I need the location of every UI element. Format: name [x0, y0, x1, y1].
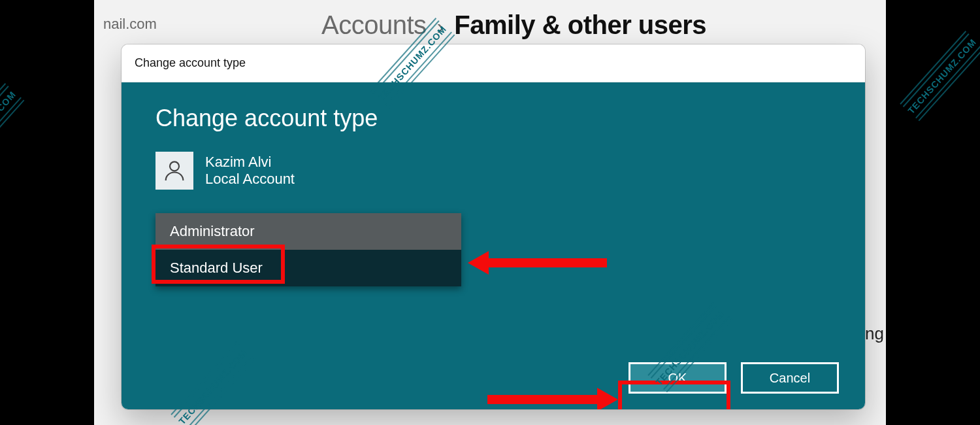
user-name: Kazim Alvi	[205, 154, 295, 171]
cancel-button[interactable]: Cancel	[741, 362, 839, 394]
button-label: Cancel	[770, 371, 810, 386]
button-label: OK	[668, 371, 687, 386]
option-label: Administrator	[170, 223, 255, 240]
option-standard-user[interactable]: Standard User	[155, 250, 461, 286]
annotation-arrow-to-administrator	[468, 253, 612, 273]
option-administrator[interactable]: Administrator	[155, 213, 461, 250]
dialog-heading: Change account type	[155, 105, 831, 132]
change-account-type-dialog: Change account type Change account type …	[122, 44, 865, 409]
dialog-button-row: OK Cancel	[629, 362, 839, 394]
breadcrumb: Accounts › Family & other users	[321, 10, 706, 40]
watermark: TECHSCHUMZ.COM	[0, 81, 26, 175]
account-type-dropdown[interactable]: Administrator Standard User	[155, 213, 461, 286]
svg-point-0	[170, 162, 179, 171]
option-label: Standard User	[170, 260, 263, 277]
user-avatar-icon	[155, 152, 193, 190]
ok-button[interactable]: OK	[629, 362, 727, 394]
settings-background: nail.com Accounts › Family & other users…	[94, 0, 886, 425]
chevron-right-icon: ›	[437, 14, 444, 39]
dialog-window-title: Change account type	[135, 56, 246, 70]
watermark: TECHSCHUMZ.COM	[898, 29, 980, 123]
breadcrumb-current: Family & other users	[454, 10, 706, 40]
breadcrumb-parent[interactable]: Accounts	[321, 10, 427, 40]
dialog-titlebar: Change account type	[122, 44, 865, 82]
user-summary: Kazim Alvi Local Account	[155, 152, 831, 190]
account-email-fragment: nail.com	[103, 16, 157, 33]
dialog-body: Change account type Kazim Alvi Local Acc…	[122, 82, 865, 409]
annotation-arrow-to-ok	[487, 390, 618, 409]
background-text-fragment: ng	[865, 324, 884, 344]
user-account-kind: Local Account	[205, 171, 295, 188]
